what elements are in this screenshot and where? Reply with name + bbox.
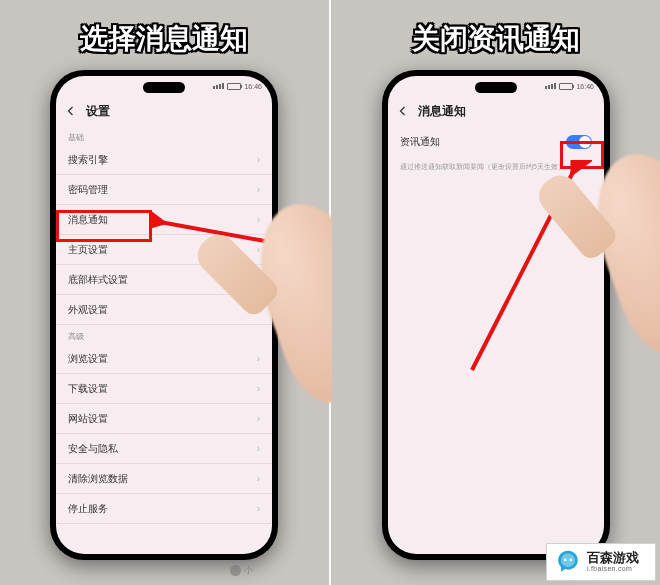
signal-icon: [545, 83, 556, 89]
svg-point-3: [569, 559, 572, 562]
battery-icon: [559, 83, 573, 90]
chevron-right-icon: ›: [257, 383, 260, 394]
row-label: 密码管理: [68, 183, 108, 197]
settings-list: 基础 搜索引擎› 密码管理› 消息通知› 主页设置› 底部样式设置› 外观设置›…: [56, 126, 272, 554]
notch-icon: [475, 82, 517, 93]
brand-name-en: i.fbaisen.com: [587, 565, 639, 573]
phone-left: 16:46 设置 基础 搜索引擎› 密码管理› 消息通知› 主页设置› 底部样式…: [50, 70, 278, 560]
back-arrow-icon[interactable]: [396, 104, 410, 118]
list-row-site[interactable]: 网站设置›: [56, 404, 272, 434]
list-row-notifications[interactable]: 消息通知›: [56, 205, 272, 235]
list-row-browsing[interactable]: 浏览设置›: [56, 344, 272, 374]
row-label: 停止服务: [68, 502, 108, 516]
row-label: 搜索引擎: [68, 153, 108, 167]
wechat-label: 小: [244, 564, 253, 577]
page-header: 消息通知: [388, 96, 604, 126]
section-label-basic: 基础: [56, 126, 272, 145]
brand-name-cn: 百森游戏: [587, 551, 639, 565]
news-toggle[interactable]: [566, 135, 592, 149]
left-panel: 选择消息通知 16:46 设置 基础 搜索引擎› 密码管理› 消息通知› 主页设…: [0, 0, 328, 585]
left-banner-title: 选择消息通知: [80, 20, 248, 58]
brand-watermark: 百森游戏 i.fbaisen.com: [546, 543, 656, 581]
list-row-clear-data[interactable]: 清除浏览数据›: [56, 464, 272, 494]
row-label: 消息通知: [68, 213, 108, 227]
back-arrow-icon[interactable]: [64, 104, 78, 118]
notch-icon: [143, 82, 185, 93]
screen-right: 16:46 消息通知 资讯通知 通过推送通知获取新闻要闻（更改设置后约5天生效）: [388, 76, 604, 554]
chevron-right-icon: ›: [257, 244, 260, 255]
chevron-right-icon: ›: [257, 154, 260, 165]
chevron-right-icon: ›: [257, 184, 260, 195]
list-row-search-engine[interactable]: 搜索引擎›: [56, 145, 272, 175]
screen-left: 16:46 设置 基础 搜索引擎› 密码管理› 消息通知› 主页设置› 底部样式…: [56, 76, 272, 554]
toggle-label: 资讯通知: [400, 135, 440, 149]
row-label: 底部样式设置: [68, 273, 128, 287]
chevron-right-icon: ›: [257, 413, 260, 424]
list-row-password[interactable]: 密码管理›: [56, 175, 272, 205]
chevron-right-icon: ›: [257, 443, 260, 454]
chevron-right-icon: ›: [257, 353, 260, 364]
right-panel: 关闭资讯通知 16:46 消息通知 资讯通知 通过推送通知获取新闻要闻（更改设置…: [332, 0, 660, 585]
brand-logo: 百森游戏 i.fbaisen.com: [546, 543, 656, 581]
row-label: 主页设置: [68, 243, 108, 257]
svg-point-2: [564, 559, 567, 562]
toggle-knob-icon: [579, 136, 591, 148]
brand-logo-icon: [553, 547, 583, 577]
row-label: 安全与隐私: [68, 442, 118, 456]
phone-right: 16:46 消息通知 资讯通知 通过推送通知获取新闻要闻（更改设置后约5天生效）: [382, 70, 610, 560]
row-label: 外观设置: [68, 303, 108, 317]
list-row-security[interactable]: 安全与隐私›: [56, 434, 272, 464]
signal-icon: [213, 83, 224, 89]
page-title: 消息通知: [418, 103, 466, 120]
status-time: 16:46: [576, 83, 594, 90]
right-banner-title: 关闭资讯通知: [412, 20, 580, 58]
chevron-right-icon: ›: [257, 473, 260, 484]
list-row-download[interactable]: 下载设置›: [56, 374, 272, 404]
status-time: 16:46: [244, 83, 262, 90]
page-title: 设置: [86, 103, 110, 120]
toggle-row-news: 资讯通知: [388, 126, 604, 158]
battery-icon: [227, 83, 241, 90]
row-label: 网站设置: [68, 412, 108, 426]
wechat-watermark: 小: [230, 564, 253, 577]
toggle-description: 通过推送通知获取新闻要闻（更改设置后约5天生效）: [388, 158, 604, 176]
section-label-advanced: 高级: [56, 325, 272, 344]
row-label: 浏览设置: [68, 352, 108, 366]
chevron-right-icon: ›: [257, 214, 260, 225]
wechat-icon: [230, 565, 241, 576]
row-label: 清除浏览数据: [68, 472, 128, 486]
chevron-right-icon: ›: [257, 503, 260, 514]
page-header: 设置: [56, 96, 272, 126]
list-row-stop-service[interactable]: 停止服务›: [56, 494, 272, 524]
row-label: 下载设置: [68, 382, 108, 396]
